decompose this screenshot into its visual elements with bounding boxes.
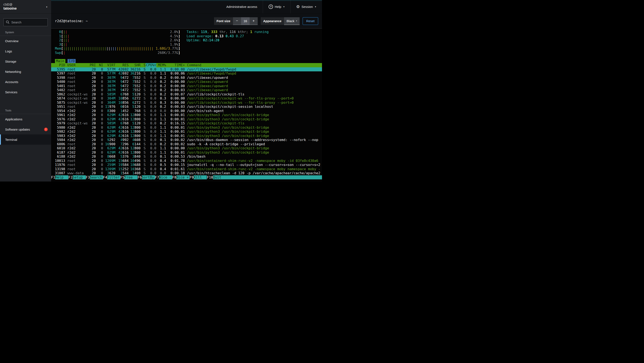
column-header-virt[interactable]: VIRT bbox=[103, 63, 116, 67]
process-row[interactable]: 5397root200577M4269236216S0.01.10:00.06/… bbox=[51, 71, 322, 76]
sidebar-item-logs[interactable]: Logs bbox=[0, 46, 51, 56]
process-row[interactable]: 31007www-data200362015441408S0.00.00:00.… bbox=[51, 171, 322, 175]
cell-virt: 9292 bbox=[103, 138, 116, 142]
column-header-s[interactable]: S bbox=[140, 63, 146, 67]
cell-time: 0:00.01 bbox=[166, 150, 185, 155]
sidebar-item-services[interactable]: Services bbox=[0, 87, 51, 97]
help-menu-button[interactable]: ? Help ▼ bbox=[263, 0, 290, 14]
column-header-shr[interactable]: SHR bbox=[129, 63, 140, 67]
cell-s: S bbox=[140, 159, 146, 163]
process-row[interactable]: 5979cockpit-ws200585M67685120S0.00.20:16… bbox=[51, 121, 322, 126]
column-header-command[interactable]: Command bbox=[185, 63, 322, 67]
session-menu-button[interactable]: ⚙ Session ▼ bbox=[291, 0, 322, 14]
meter-close-bracket: ] bbox=[178, 42, 180, 47]
administrative-access-button[interactable]: Administrative access bbox=[221, 0, 263, 14]
process-row[interactable]: 5954r2d220083001452768S0.00.00:00.00/usr… bbox=[51, 109, 322, 113]
process-row[interactable]: 5951root2001197660165120S0.00.20:00.03/u… bbox=[51, 104, 322, 109]
meter-label: Mem bbox=[55, 46, 61, 51]
process-row[interactable]: 5402root200307M94727552S0.00.20:00.03/us… bbox=[51, 88, 322, 92]
cell-cmd: /usr/lib/cockpit/cockpit-ws --for-tls-pr… bbox=[185, 96, 322, 100]
cell-cpu: 0.0 bbox=[146, 100, 156, 105]
process-row[interactable]: 5395root200577M4269236216S0.01.10:00.00/… bbox=[51, 67, 322, 72]
process-row[interactable]: 6187r2d2200629M4261612800S0.01.10:00.01/… bbox=[51, 150, 322, 155]
column-header-pid[interactable]: PID bbox=[51, 63, 65, 67]
cell-ni: 0 bbox=[96, 117, 103, 122]
htop-tab-io[interactable]: I/O bbox=[68, 59, 76, 63]
cell-res: 9472 bbox=[116, 76, 129, 80]
sidebar-item-terminal[interactable]: Terminal bbox=[0, 134, 51, 145]
column-header-ni[interactable]: NI bbox=[96, 63, 103, 67]
process-row[interactable]: 13198root2001209M1525210368S0.00.40:01.6… bbox=[51, 167, 322, 171]
search-input[interactable] bbox=[4, 18, 48, 26]
sidebar-item-software-updates[interactable]: Software updates! bbox=[0, 124, 51, 134]
process-row[interactable]: 5976r2d2200629M4261612800S0.01.10:00.01/… bbox=[51, 117, 322, 122]
sidebar-item-accounts[interactable]: Accounts bbox=[0, 77, 51, 87]
fkey-action-help[interactable]: Help bbox=[55, 175, 68, 180]
fkey-action-filter[interactable]: Filter bbox=[107, 175, 120, 180]
process-row[interactable]: 10013root2001209M1568410496S0.00.40:01.7… bbox=[51, 159, 322, 163]
column-header-time[interactable]: TIME+ bbox=[166, 63, 185, 67]
appearance-value: Black bbox=[287, 19, 294, 23]
fkey-f1: F1 bbox=[51, 175, 55, 180]
cell-virt: 304M bbox=[103, 96, 116, 100]
sidebar-item-storage[interactable]: Storage bbox=[0, 56, 51, 66]
process-row[interactable]: 5862cockpit-ws200585M67685120S0.00.20:00… bbox=[51, 92, 322, 96]
column-header-user[interactable]: USER bbox=[65, 63, 87, 67]
process-row[interactable]: 6188r2d2200866853763840S0.00.10:00.53/bi… bbox=[51, 154, 322, 159]
font-size-increase-button[interactable]: + bbox=[250, 17, 258, 25]
meter-open-bracket: [ bbox=[61, 30, 63, 34]
process-row[interactable]: 5982r2d2200629M4261612800S0.01.10:00.01/… bbox=[51, 130, 322, 134]
process-row[interactable]: 6010r2d2200629M4261612800S0.01.10:00.00/… bbox=[51, 146, 322, 150]
process-row[interactable]: 5984r2d2200929249924608S0.00.10:00.02/us… bbox=[51, 138, 322, 142]
process-row[interactable]: 5980r2d2200629M4261612800S0.01.10:00.01/… bbox=[51, 126, 322, 130]
column-header-pri[interactable]: PRI bbox=[87, 63, 96, 67]
cell-s: S bbox=[140, 84, 146, 88]
process-row[interactable]: 6006root2001690072966144S0.00.20:00.02su… bbox=[51, 142, 322, 146]
cell-pid: 5398 bbox=[51, 76, 65, 80]
terminal-screen[interactable]: 0[||2.0%]1[|||4.5%]2[|||2.6%]3[||1.9%]Me… bbox=[51, 28, 322, 182]
cell-shr: 768 bbox=[129, 109, 140, 113]
fkey-action-tree[interactable]: Tree bbox=[124, 175, 138, 180]
process-row[interactable]: 5961r2d2200629M4261612800S0.01.10:00.01/… bbox=[51, 113, 322, 117]
process-row[interactable]: 5874cockpit-ws200304M108566272S0.00.30:0… bbox=[51, 96, 322, 100]
process-row[interactable]: 5983r2d2200629M4261612800S0.01.10:00.01/… bbox=[51, 134, 322, 138]
fkey-action-kill[interactable]: Kill bbox=[194, 175, 207, 180]
sidebar-item-label: Software updates bbox=[5, 128, 30, 131]
fkey-action-setup[interactable]: Setup bbox=[72, 175, 86, 180]
column-header-res[interactable]: RES bbox=[116, 63, 129, 67]
cell-virt: 307M bbox=[103, 76, 116, 80]
cell-time: 0:00.02 bbox=[166, 138, 185, 142]
fkey-action-sortby[interactable]: SortBy bbox=[142, 175, 155, 180]
meter-value: 2.0% bbox=[170, 30, 178, 34]
process-row[interactable]: 5401root200307M94727552S0.00.20:00.00/us… bbox=[51, 84, 322, 88]
appearance-select[interactable]: Black ▾ bbox=[284, 17, 300, 25]
reset-button[interactable]: Reset bbox=[302, 17, 318, 25]
cell-virt: 11976 bbox=[103, 104, 116, 109]
cell-shr: 7552 bbox=[129, 84, 140, 88]
stat-segment: Uptime: bbox=[186, 38, 203, 42]
sidebar-item-overview[interactable]: Overview bbox=[0, 36, 51, 46]
cell-pid: 5983 bbox=[51, 134, 65, 138]
masthead: Administrative access ? Help ▼ ⚙ Session… bbox=[51, 0, 322, 14]
htop-tab-main[interactable]: Main bbox=[55, 59, 66, 63]
font-size-decrease-button[interactable]: − bbox=[233, 17, 241, 25]
process-row[interactable]: 5398root200307M94727552S0.00.20:00.60/us… bbox=[51, 76, 322, 80]
process-row[interactable]: 5875cockpit-ws200304M108566272S0.00.30:0… bbox=[51, 100, 322, 105]
fkey-action-nice[interactable]: Nice + bbox=[176, 175, 190, 180]
sidebar-item-networking[interactable]: Networking bbox=[0, 66, 51, 77]
fkey-action-quit[interactable]: Quit bbox=[213, 175, 322, 180]
cell-pri: 20 bbox=[87, 134, 96, 138]
sidebar-item-applications[interactable]: Applications bbox=[0, 114, 51, 124]
cell-shr: 7552 bbox=[129, 76, 140, 80]
process-row[interactable]: 5400root200307M94727552S0.00.20:00.00/us… bbox=[51, 80, 322, 84]
fkey-action-nice[interactable]: Nice - bbox=[159, 175, 172, 180]
cell-mem: 0.3 bbox=[156, 96, 166, 100]
column-header-mem[interactable]: MEM% bbox=[156, 63, 166, 67]
meter-label: 3 bbox=[55, 42, 61, 47]
process-row[interactable]: 11976root200259M1958418688S0.00.50:00.15… bbox=[51, 163, 322, 167]
column-header-cpu[interactable]: CPU%▽ bbox=[146, 63, 156, 67]
fkey-action-search[interactable]: Search bbox=[90, 175, 103, 180]
cell-ni: 0 bbox=[96, 76, 103, 80]
cell-pri: 20 bbox=[87, 71, 96, 76]
host-switcher[interactable]: r2d2@ tatooine ▼ bbox=[0, 0, 51, 14]
